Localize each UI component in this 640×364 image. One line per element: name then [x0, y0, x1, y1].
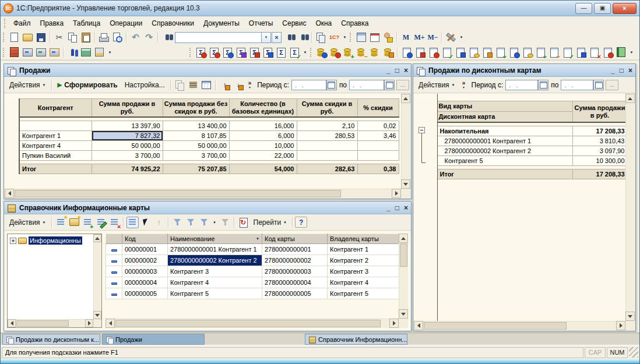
cell-owner[interactable]: Контрагент 4: [328, 277, 401, 288]
purchases-report-icon[interactable]: Σ: [208, 47, 220, 58]
cell-discount-pct[interactable]: 3,46: [357, 130, 399, 140]
menu-catalogs[interactable]: Справочники: [147, 17, 199, 29]
period-more-button[interactable]: ...: [606, 80, 618, 90]
search-clear-button[interactable]: ×: [272, 32, 282, 43]
help-button[interactable]: ?: [295, 217, 307, 228]
total-discount-pct[interactable]: 0,38: [357, 164, 399, 174]
cell-sum[interactable]: 3 700,00: [92, 150, 163, 160]
cell-card-code[interactable]: 2780000000004: [262, 277, 328, 288]
memory-m-plus-icon[interactable]: M+: [413, 31, 426, 43]
cell-qty[interactable]: 10,000: [229, 140, 297, 150]
actions-button[interactable]: Действия▼: [415, 80, 459, 90]
directory-window-titlebar[interactable]: Справочник Информационные карты _ □ ×: [4, 202, 411, 214]
cell-name[interactable]: Контрагент 4: [19, 140, 92, 150]
cell-sum-no-disc[interactable]: 3 700,00: [163, 150, 229, 160]
menubar-grip[interactable]: [4, 19, 7, 28]
period-to-input[interactable]: . .: [561, 80, 593, 90]
cell-sum[interactable]: 50 000,00: [92, 140, 163, 150]
counterparties-icon[interactable]: [66, 47, 79, 58]
cash-register-icon[interactable]: [22, 47, 34, 58]
total-sum-no-disc[interactable]: 75 207,85: [163, 164, 229, 174]
statement-report-icon[interactable]: Σ: [235, 47, 247, 58]
refresh-icon[interactable]: ↻: [237, 217, 249, 228]
total-qty[interactable]: 54,000: [229, 164, 297, 174]
cell-sum[interactable]: 10 300,00: [572, 156, 627, 165]
cell-discount-pct[interactable]: [357, 150, 399, 160]
horizontal-scrollbar[interactable]: [8, 319, 93, 327]
total-label[interactable]: Итог: [19, 164, 92, 174]
horizontal-scrollbar[interactable]: [106, 319, 399, 328]
total-discount[interactable]: 282,63: [297, 164, 357, 174]
minimize-icon[interactable]: _: [386, 67, 391, 74]
menu-reports[interactable]: Отчеты: [244, 17, 277, 29]
open-file-icon[interactable]: [22, 31, 34, 43]
cell-discount-pct[interactable]: 0,02: [357, 121, 399, 130]
go-to-button[interactable]: Перейти▼: [250, 217, 291, 228]
cell-code[interactable]: 000000005: [122, 288, 168, 299]
cards-window-titlebar[interactable]: Продажи по дисконтным картам _ □ ×: [413, 64, 635, 77]
copy-window-icon[interactable]: [315, 31, 327, 43]
cell-discount[interactable]: [297, 150, 357, 160]
cell-name[interactable]: [19, 121, 92, 130]
minimize-button[interactable]: —: [575, 3, 592, 14]
menu-table[interactable]: Таблица: [68, 17, 105, 29]
period-from-input[interactable]: . .: [291, 80, 326, 90]
settings-button[interactable]: Настройка...: [121, 80, 168, 90]
toolbar-grip[interactable]: [350, 33, 353, 42]
horizontal-scrollbar[interactable]: [414, 321, 625, 330]
trade-doc-2-icon[interactable]: [414, 47, 426, 58]
cell-card-code[interactable]: 2780000000002: [262, 255, 328, 266]
maximize-icon[interactable]: □: [395, 204, 399, 211]
calendar-icon[interactable]: [368, 31, 381, 43]
trade-doc-14-icon[interactable]: [575, 47, 587, 58]
cell-name[interactable]: Контрагент 5: [168, 288, 262, 299]
search-dropdown-button[interactable]: ▼: [261, 32, 271, 43]
period-more-button[interactable]: ...: [396, 80, 409, 90]
delete-item-icon[interactable]: [108, 217, 121, 228]
maximize-icon[interactable]: □: [395, 67, 399, 74]
cell-sum[interactable]: 3 810,43: [572, 136, 627, 146]
cell-qty[interactable]: 6,000: [229, 130, 297, 140]
cell-discount[interactable]: 2,10: [297, 121, 357, 130]
menu-edit[interactable]: Правка: [36, 17, 69, 29]
print-preview-icon[interactable]: [111, 31, 124, 43]
cell-discount[interactable]: [297, 140, 357, 150]
help-more-icon[interactable]: ▼: [342, 31, 348, 43]
toolbar-grip[interactable]: [3, 33, 6, 42]
menu-documents[interactable]: Документы: [199, 17, 244, 29]
trade-doc-11-icon[interactable]: [534, 47, 547, 58]
clear-filter-icon[interactable]: [219, 217, 231, 228]
find-previous-icon[interactable]: [297, 31, 309, 43]
toolbar-grip[interactable]: [189, 48, 192, 57]
total-label[interactable]: Итог: [437, 169, 572, 179]
print-icon[interactable]: [98, 31, 110, 43]
sales-window-titlebar[interactable]: Продажи _ □ ×: [4, 64, 411, 77]
minimize-icon[interactable]: _: [611, 67, 615, 74]
cell-name[interactable]: Контрагент 1: [19, 130, 92, 140]
trade-doc-4-icon[interactable]: [441, 47, 453, 58]
cell-card[interactable]: Контрагент 5: [437, 156, 572, 165]
cell-card-code[interactable]: 2780000000005: [262, 288, 328, 299]
toolbar-grip[interactable]: [3, 48, 6, 57]
menu-service[interactable]: Сервис: [277, 17, 311, 29]
col-header-icon[interactable]: [106, 234, 122, 244]
stock-report-icon[interactable]: Σ: [262, 47, 274, 58]
tab-sales[interactable]: Продажи: [102, 334, 205, 345]
close-icon[interactable]: ×: [404, 67, 408, 74]
up-level-icon[interactable]: ↑: [153, 217, 166, 228]
temporary-lock-icon[interactable]: [382, 31, 394, 43]
total-sum[interactable]: 17 208,33: [572, 169, 627, 179]
cell-name[interactable]: 2780000000001 Контрагент 1: [168, 244, 262, 255]
tab-discount-cards[interactable]: Продажи по дисконтным к...: [2, 334, 100, 345]
cell-owner[interactable]: Контрагент 1: [328, 244, 401, 255]
vertical-scrollbar[interactable]: [93, 234, 101, 319]
filter-by-value-icon[interactable]: [185, 217, 197, 228]
tree-item-label[interactable]: Информационны: [29, 236, 82, 245]
close-button[interactable]: ×: [613, 3, 637, 14]
filter-settings-icon[interactable]: [198, 217, 210, 228]
menu-operations[interactable]: Операции: [105, 17, 147, 29]
cell-name[interactable]: Контрагент 4: [168, 277, 262, 288]
cell-name[interactable]: Контрагент 3: [168, 266, 262, 277]
add-child-icon[interactable]: [82, 217, 94, 228]
selected-cell[interactable]: 2780000000002 Контрагент 2: [168, 255, 262, 266]
